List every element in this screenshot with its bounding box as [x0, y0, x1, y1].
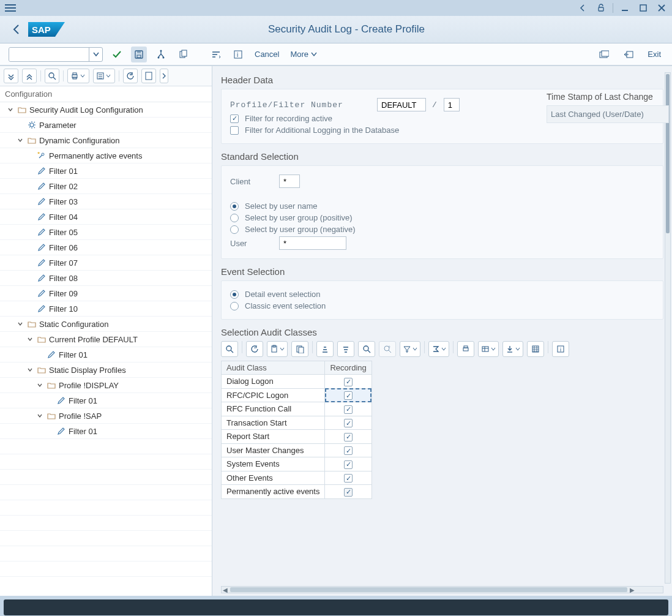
scroll-left-icon[interactable]: ◀	[222, 587, 229, 593]
table-row[interactable]: User Master Changes	[222, 443, 372, 457]
tree-expander-icon[interactable]	[6, 105, 15, 114]
recording-cell[interactable]	[325, 416, 371, 430]
alv-sort-desc-icon[interactable]	[337, 341, 354, 357]
user-input[interactable]	[279, 236, 346, 250]
more-button[interactable]: More	[288, 50, 319, 59]
tree-row[interactable]: Parameter	[0, 118, 212, 133]
recording-cell[interactable]	[325, 402, 371, 416]
tree-row[interactable]: Permanently active events	[0, 148, 212, 163]
lock-open-icon[interactable]	[594, 1, 608, 15]
table-row[interactable]: RFC Function Call	[222, 402, 372, 416]
alv-layout-icon[interactable]	[527, 341, 544, 357]
distribute-button[interactable]	[153, 47, 169, 62]
tree-row[interactable]: Security Audit Log Configuration	[0, 102, 212, 118]
recording-checkbox[interactable]	[344, 405, 353, 414]
recording-checkbox[interactable]	[344, 391, 353, 400]
tree-row[interactable]: Filter 10	[0, 301, 212, 317]
tree-row[interactable]: Filter 03	[0, 194, 212, 209]
chevron-down-icon[interactable]	[89, 48, 102, 61]
maximize-icon[interactable]	[637, 1, 650, 15]
tree-row[interactable]: Filter 08	[0, 271, 212, 286]
tree-row[interactable]: Static Display Profiles	[0, 362, 212, 378]
hamburger-menu-icon[interactable]	[4, 1, 17, 15]
tree-row[interactable]: Filter 02	[0, 179, 212, 194]
tree-row[interactable]: Current Profile DEFAULT	[0, 332, 212, 347]
cancel-button[interactable]: Cancel	[252, 50, 282, 59]
tree-row[interactable]: Filter 06	[0, 240, 212, 255]
tree-expander-icon[interactable]	[16, 320, 24, 328]
alv-print-icon[interactable]	[457, 341, 474, 357]
col-recording[interactable]: Recording	[325, 361, 371, 375]
tree-row[interactable]: Filter 01	[0, 163, 212, 179]
profile-name-input[interactable]	[377, 98, 426, 111]
recording-cell[interactable]	[325, 430, 371, 444]
expand-all-button[interactable]	[4, 69, 18, 83]
tree-row[interactable]: Profile !DISPLAY	[0, 378, 212, 393]
recording-cell[interactable]	[325, 457, 371, 471]
recording-checkbox[interactable]	[344, 460, 353, 469]
refresh-button[interactable]	[123, 69, 138, 83]
col-audit-class[interactable]: Audit Class	[222, 361, 325, 375]
alv-sum-icon[interactable]	[428, 341, 449, 357]
recording-cell[interactable]	[325, 443, 371, 457]
collapse-all-button[interactable]	[22, 69, 37, 83]
tree-row[interactable]: Filter 01	[0, 347, 212, 362]
alv-detail-icon[interactable]	[221, 341, 238, 357]
audit-class-table[interactable]: Audit Class Recording Dialog LogonRFC/CP…	[221, 361, 372, 499]
select-user-name-radio[interactable]	[230, 202, 239, 211]
alv-find-icon[interactable]	[358, 341, 375, 357]
doc-button[interactable]	[141, 69, 156, 83]
alv-refresh-icon[interactable]	[246, 341, 263, 357]
command-input[interactable]	[9, 48, 89, 61]
back-button[interactable]	[7, 20, 26, 39]
tree-row[interactable]: Filter 05	[0, 225, 212, 240]
exit-session-icon[interactable]	[621, 47, 637, 62]
table-row[interactable]: Transaction Start	[222, 416, 372, 430]
select-user-group-neg-radio[interactable]	[230, 225, 239, 234]
recording-cell[interactable]	[325, 388, 371, 402]
alv-sort-asc-icon[interactable]	[316, 341, 334, 357]
table-row[interactable]: Other Events	[222, 471, 372, 485]
save-button[interactable]	[131, 47, 147, 62]
table-row[interactable]: System Events	[222, 457, 372, 471]
detail-event-radio[interactable]	[230, 290, 239, 299]
table-row[interactable]: RFC/CPIC Logon	[222, 388, 372, 402]
search-button[interactable]	[45, 69, 59, 83]
tree-row[interactable]: Filter 07	[0, 255, 212, 271]
alv-clipboard-icon[interactable]	[267, 341, 288, 357]
accept-button[interactable]	[109, 47, 125, 62]
recording-cell[interactable]	[325, 471, 371, 485]
scroll-right-icon[interactable]: ▶	[629, 587, 636, 593]
tree-expander-icon[interactable]	[35, 411, 44, 420]
recording-checkbox[interactable]	[344, 433, 353, 441]
tree-row[interactable]: Profile !SAP	[0, 408, 212, 424]
alv-info-icon[interactable]: i	[552, 341, 569, 357]
recording-checkbox[interactable]	[344, 446, 353, 455]
minimize-icon[interactable]	[618, 1, 632, 15]
alv-view-icon[interactable]	[478, 341, 499, 357]
table-row[interactable]: Permanently active events	[222, 485, 372, 499]
tree-row[interactable]: Filter 09	[0, 286, 212, 301]
new-window-icon[interactable]	[596, 47, 612, 62]
filter-active-checkbox[interactable]	[230, 115, 239, 123]
close-icon[interactable]	[655, 1, 668, 15]
filter-number-input[interactable]	[444, 98, 460, 111]
select-user-group-pos-radio[interactable]	[230, 214, 239, 222]
recording-checkbox[interactable]	[344, 474, 353, 483]
tree-row[interactable]: Filter 01	[0, 393, 212, 408]
prev-arrow-icon[interactable]	[576, 1, 589, 15]
configuration-tree[interactable]: Security Audit Log ConfigurationParamete…	[0, 102, 212, 596]
classic-event-radio[interactable]	[230, 302, 239, 310]
tree-expander-icon[interactable]	[35, 381, 44, 389]
tree-row[interactable]: Filter 04	[0, 209, 212, 225]
print-button[interactable]	[67, 69, 89, 83]
horizontal-scrollbar[interactable]: ◀ ▶	[221, 586, 663, 593]
filter-db-checkbox[interactable]	[230, 126, 239, 135]
command-field[interactable]	[9, 47, 103, 62]
export-button[interactable]	[93, 69, 115, 83]
action-menu-icon[interactable]	[208, 47, 224, 62]
alv-copy-icon[interactable]	[291, 341, 308, 357]
info-button[interactable]: i	[230, 47, 246, 62]
tree-expander-icon[interactable]	[16, 136, 24, 145]
tree-row[interactable]: Filter 01	[0, 424, 212, 439]
